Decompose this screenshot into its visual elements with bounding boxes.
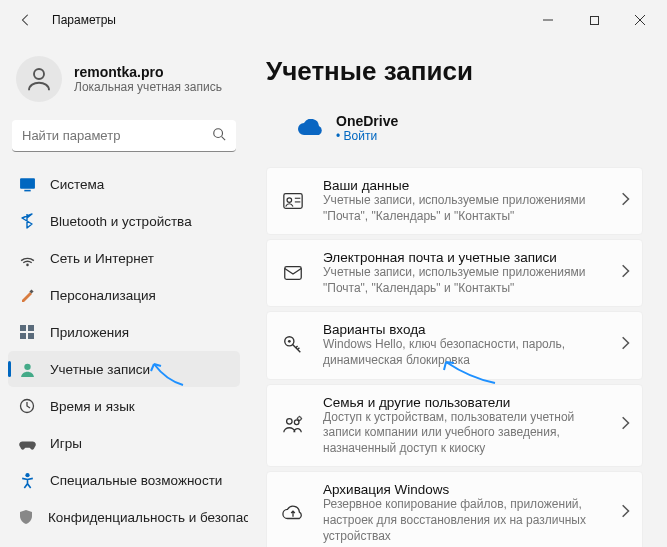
svg-rect-1: [590, 16, 598, 24]
svg-rect-12: [28, 333, 34, 339]
personalize-icon: [18, 286, 36, 304]
svg-point-17: [287, 198, 292, 203]
window-title: Параметры: [52, 13, 116, 27]
svg-point-3: [214, 128, 223, 137]
search-input[interactable]: [22, 128, 212, 143]
sidebar-item-label: Сеть и Интернет: [50, 251, 154, 266]
account-subtext: Локальная учетная запись: [74, 80, 222, 94]
onedrive-row[interactable]: OneDrive Войти: [296, 113, 643, 143]
apps-icon: [18, 323, 36, 341]
chevron-right-icon: [620, 264, 630, 282]
privacy-icon: [18, 508, 34, 526]
nav-list: Система Bluetooth и устройства Сеть и Ин…: [8, 166, 240, 547]
chevron-right-icon: [620, 192, 630, 210]
svg-point-23: [287, 419, 293, 425]
svg-rect-6: [24, 189, 30, 191]
card-family[interactable]: Семья и другие пользователи Доступ к уст…: [266, 384, 643, 468]
svg-rect-5: [20, 178, 35, 189]
sidebar-item-time[interactable]: Время и язык: [8, 388, 240, 424]
page-title: Учетные записи: [266, 56, 643, 87]
backup-icon: [281, 502, 305, 524]
network-icon: [18, 249, 36, 267]
sidebar-item-label: Специальные возможности: [50, 473, 222, 488]
account-block[interactable]: remontka.pro Локальная учетная запись: [8, 48, 240, 114]
svg-rect-20: [285, 267, 302, 280]
sidebar-item-label: Учетные записи: [50, 362, 150, 377]
card-subtitle: Доступ к устройствам, пользователи учетн…: [323, 410, 602, 457]
card-subtitle: Учетные записи, используемые приложениям…: [323, 265, 602, 296]
sidebar-item-accounts[interactable]: Учетные записи: [8, 351, 240, 387]
card-subtitle: Windows Hello, ключ безопасности, пароль…: [323, 337, 602, 368]
sidebar-item-update[interactable]: Центр обновления Windows: [8, 536, 240, 547]
svg-line-4: [222, 136, 226, 140]
card-title: Электронная почта и учетные записи: [323, 250, 602, 265]
accounts-icon: [18, 360, 36, 378]
card-signin-options[interactable]: Варианты входа Windows Hello, ключ безоп…: [266, 311, 643, 379]
svg-point-15: [25, 473, 29, 477]
onedrive-icon: [296, 119, 324, 137]
card-your-info[interactable]: Ваши данные Учетные записи, используемые…: [266, 167, 643, 235]
svg-point-7: [26, 263, 29, 266]
sidebar-item-privacy[interactable]: Конфиденциальность и безопас: [8, 499, 240, 535]
sidebar-item-network[interactable]: Сеть и Интернет: [8, 240, 240, 276]
sidebar-item-label: Персонализация: [50, 288, 156, 303]
system-icon: [18, 175, 36, 193]
avatar: [16, 56, 62, 102]
sidebar-item-games[interactable]: Игры: [8, 425, 240, 461]
sidebar-item-apps[interactable]: Приложения: [8, 314, 240, 350]
svg-point-22: [288, 340, 291, 343]
chevron-right-icon: [620, 416, 630, 434]
time-icon: [18, 397, 36, 415]
titlebar: Параметры: [0, 0, 667, 40]
card-title: Семья и другие пользователи: [323, 395, 602, 410]
svg-point-25: [298, 417, 302, 421]
mail-icon: [281, 262, 305, 284]
person-card-icon: [281, 190, 305, 212]
svg-point-13: [24, 363, 30, 369]
minimize-button[interactable]: [525, 4, 571, 36]
sidebar-item-personalize[interactable]: Персонализация: [8, 277, 240, 313]
card-title: Архивация Windows: [323, 482, 602, 497]
onedrive-signin-link[interactable]: Войти: [336, 129, 398, 143]
sidebar-item-label: Bluetooth и устройства: [50, 214, 192, 229]
svg-rect-10: [28, 325, 34, 331]
onedrive-title: OneDrive: [336, 113, 398, 129]
sidebar-item-label: Приложения: [50, 325, 129, 340]
close-button[interactable]: [617, 4, 663, 36]
games-icon: [18, 434, 36, 452]
sidebar-item-label: Время и язык: [50, 399, 135, 414]
card-subtitle: Учетные записи, используемые приложениям…: [323, 193, 602, 224]
maximize-button[interactable]: [571, 4, 617, 36]
search-icon: [212, 127, 226, 145]
settings-cards: Ваши данные Учетные записи, используемые…: [266, 167, 643, 547]
chevron-right-icon: [620, 336, 630, 354]
svg-point-2: [34, 69, 44, 79]
sidebar-item-system[interactable]: Система: [8, 166, 240, 202]
sidebar-item-accessibility[interactable]: Специальные возможности: [8, 462, 240, 498]
sidebar: remontka.pro Локальная учетная запись Си…: [0, 40, 248, 547]
svg-rect-11: [20, 333, 26, 339]
back-button[interactable]: [12, 6, 40, 34]
svg-rect-9: [20, 325, 26, 331]
sidebar-item-label: Конфиденциальность и безопас: [48, 510, 248, 525]
family-icon: [281, 414, 305, 436]
account-name: remontka.pro: [74, 64, 222, 80]
sidebar-item-bluetooth[interactable]: Bluetooth и устройства: [8, 203, 240, 239]
chevron-right-icon: [620, 504, 630, 522]
card-backup[interactable]: Архивация Windows Резервное копирование …: [266, 471, 643, 547]
key-icon: [281, 334, 305, 356]
main-content: Учетные записи OneDrive Войти Ваши данны…: [248, 40, 667, 547]
sidebar-item-label: Игры: [50, 436, 82, 451]
card-email-accounts[interactable]: Электронная почта и учетные записи Учетн…: [266, 239, 643, 307]
sidebar-item-label: Система: [50, 177, 104, 192]
accessibility-icon: [18, 471, 36, 489]
search-input-wrap[interactable]: [12, 120, 236, 152]
card-subtitle: Резервное копирование файлов, приложений…: [323, 497, 602, 544]
card-title: Ваши данные: [323, 178, 602, 193]
bluetooth-icon: [18, 212, 36, 230]
card-title: Варианты входа: [323, 322, 602, 337]
